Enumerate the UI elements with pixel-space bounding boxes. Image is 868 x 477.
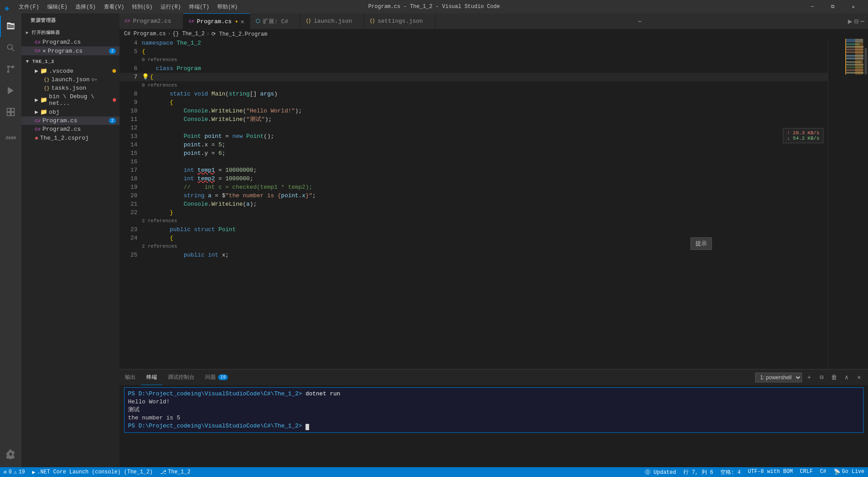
breadcrumb-file[interactable]: C# Program.cs — [124, 31, 166, 37]
menu-run[interactable]: 运行(R) — [157, 2, 185, 12]
project-title[interactable]: ▼ THE_1_2 — [21, 55, 120, 66]
status-errors[interactable]: ⊘ 0 ⚠ 19 — [0, 467, 29, 477]
code-line-10: 10 Console.WriteLine("Hello World!"); — [120, 107, 828, 115]
open-file-program-name: Program.cs — [48, 48, 83, 54]
activity-debug[interactable] — [0, 80, 21, 101]
menu-file[interactable]: 文件(F) — [15, 2, 43, 12]
close-button[interactable]: ✕ — [843, 0, 864, 13]
close-panel-button[interactable]: ✕ — [854, 372, 864, 383]
line-num-7: 7 — [120, 73, 137, 81]
code-line-16: 16 — [120, 158, 828, 166]
tab-more-button[interactable]: ⋯ — [634, 13, 645, 29]
new-terminal-button[interactable]: + — [804, 372, 814, 383]
run-icon[interactable]: ▶ — [848, 17, 852, 26]
svg-point-0 — [8, 45, 12, 50]
terminal-area[interactable]: PS D:\Project_codeing\VisualStudioCode\C… — [120, 385, 868, 467]
tab-bar: C# Program2.cs ✕ C# Program.cs ● ✕ ⬡ 扩展:… — [120, 13, 868, 29]
scrollbar-thumb[interactable] — [864, 48, 867, 75]
editor-area: C# Program2.cs ✕ C# Program.cs ● ✕ ⬡ 扩展:… — [120, 13, 868, 467]
tab-program2-label: Program2.cs — [133, 18, 171, 25]
status-language[interactable]: C# — [816, 469, 830, 475]
vscode-icon: ◈ — [4, 3, 12, 10]
terminal-select[interactable]: 1: powershell — [755, 373, 802, 382]
status-branch[interactable]: ⎇ The_1_2 — [157, 467, 194, 477]
lightbulb-icon[interactable]: 💡 — [142, 73, 149, 81]
sidebar-open-program2[interactable]: C# Program2.cs — [21, 38, 120, 46]
line-num-16: 16 — [120, 158, 137, 166]
sidebar-bin-folder[interactable]: ▶ 📁 bin \ Debug \ net... — [21, 92, 120, 108]
breadcrumb-namespace[interactable]: {} The_1_2 — [173, 31, 205, 37]
panel-tab-debug[interactable]: 调试控制台 — [162, 369, 200, 385]
kill-terminal-button[interactable]: 🗑 — [829, 372, 839, 383]
vertical-scrollbar[interactable] — [864, 39, 868, 369]
sidebar-vscode-folder[interactable]: ▶ 📁 .vscode — [21, 66, 120, 75]
tooltip-box: 提示 — [690, 237, 712, 250]
sidebar-program2-cs[interactable]: C# Program2.cs — [21, 125, 120, 133]
tab-program[interactable]: C# Program.cs ● ✕ — [183, 13, 250, 29]
sidebar-program-cs[interactable]: C# Program.cs 2 — [21, 116, 120, 125]
tab-settings-label: settings.json — [378, 18, 423, 25]
breadcrumb-class[interactable]: ⟳ The_1_2.Program — [211, 31, 267, 37]
terminal-prompt1: PS D:\Project_codeing\VisualStudioCode\C… — [128, 390, 306, 397]
status-encoding[interactable]: UTF-8 with BOM — [744, 469, 797, 475]
panel-tab-output[interactable]: 输出 — [120, 369, 141, 385]
activity-scm[interactable] — [0, 58, 21, 80]
activity-search[interactable] — [0, 37, 21, 58]
line-num-6: 6 — [120, 64, 137, 73]
activity-explorer[interactable] — [0, 16, 21, 37]
sidebar: 资源管理器 ▶ 打开的编辑器 C# Program2.cs C# ✕ Progr… — [21, 13, 120, 467]
launch-json-icon: {} — [44, 77, 50, 83]
sidebar-obj-folder[interactable]: ▶ 📁 obj — [21, 108, 120, 116]
panel-tab-terminal[interactable]: 终端 — [141, 369, 162, 385]
terminal-out1: Hello World! — [128, 398, 860, 406]
status-golive[interactable]: 📡 Go Live — [830, 469, 868, 475]
hint-references-main: 0 references — [120, 81, 828, 90]
split-terminal-button[interactable]: ⊟ — [816, 372, 827, 383]
editor-with-scrollbar: 4 namespace The_1_2 5 { 0 references 6 — [120, 39, 868, 369]
activity-settings[interactable] — [0, 444, 21, 465]
panel-tab-problems[interactable]: 问题 19 — [200, 369, 233, 385]
sidebar-csproj[interactable]: ◈ The_1_2.csproj — [21, 133, 120, 142]
status-updated[interactable]: ⓪ Updated — [641, 469, 680, 476]
activity-json[interactable]: Json — [0, 127, 21, 149]
menu-go[interactable]: 转到(G) — [128, 2, 156, 12]
sidebar-launch-json[interactable]: {} launch.json 9+ — [21, 75, 120, 84]
more-actions-icon[interactable]: ⋯ — [860, 17, 864, 26]
panel-controls: 1: powershell + ⊟ 🗑 ∧ ✕ — [755, 369, 868, 385]
split-editor-icon[interactable]: ⊟ — [854, 17, 859, 26]
maximize-button[interactable]: ⧉ — [823, 0, 843, 13]
tab-program2[interactable]: C# Program2.cs ✕ — [120, 13, 183, 29]
status-launch[interactable]: ▶ .NET Core Launch (console) (The_1_2) — [29, 467, 156, 477]
menu-edit[interactable]: 编辑(E) — [44, 2, 71, 12]
terminal-cursor — [306, 424, 309, 430]
tab-settings[interactable]: {} settings.json ✕ — [364, 13, 435, 29]
open-editors-title[interactable]: ▶ 打开的编辑器 — [21, 26, 120, 38]
menu-view[interactable]: 查看(V) — [100, 2, 128, 12]
tab-launch[interactable]: {} launch.json ✕ — [300, 13, 364, 29]
status-line-col[interactable]: 行 7, 列 6 — [680, 469, 717, 476]
minimize-button[interactable]: ─ — [802, 0, 823, 13]
bin-folder-icon: 📁 — [40, 96, 47, 104]
line-num-19: 19 — [120, 183, 137, 191]
menu-help[interactable]: 帮助(H) — [214, 2, 241, 12]
svg-rect-10 — [11, 112, 14, 116]
code-area[interactable]: 4 namespace The_1_2 5 { 0 references 6 — [120, 39, 828, 369]
svg-point-3 — [12, 66, 14, 68]
menu-select[interactable]: 选择(S) — [72, 2, 99, 12]
line-20-content: string a = $"the number is {point.x}"; — [142, 191, 316, 200]
maximize-panel-button[interactable]: ∧ — [841, 372, 852, 383]
program2-cs-icon: C# — [35, 127, 41, 132]
tab-extensions[interactable]: ⬡ 扩展: C# ✕ — [250, 13, 301, 29]
status-spaces[interactable]: 空格: 4 — [717, 469, 744, 476]
sidebar-tasks-json[interactable]: {} tasks.json — [21, 84, 120, 92]
tab-program2-icon: C# — [125, 19, 130, 24]
status-eol[interactable]: CRLF — [796, 469, 816, 475]
menu-terminal[interactable]: 终端(T) — [186, 2, 213, 12]
breadcrumb: C# Program.cs › {} The_1_2 › ⟳ The_1_2.P… — [120, 29, 868, 39]
code-line-25: 25 public int x; — [120, 251, 828, 259]
code-line-17: 17 int temp1 = 10000000; — [120, 166, 828, 174]
tab-program-close[interactable]: ✕ — [240, 18, 244, 25]
activity-extensions[interactable] — [0, 101, 21, 123]
updated-label: ⓪ Updated — [645, 469, 676, 476]
sidebar-open-program[interactable]: C# ✕ Program.cs 2 — [21, 46, 120, 55]
